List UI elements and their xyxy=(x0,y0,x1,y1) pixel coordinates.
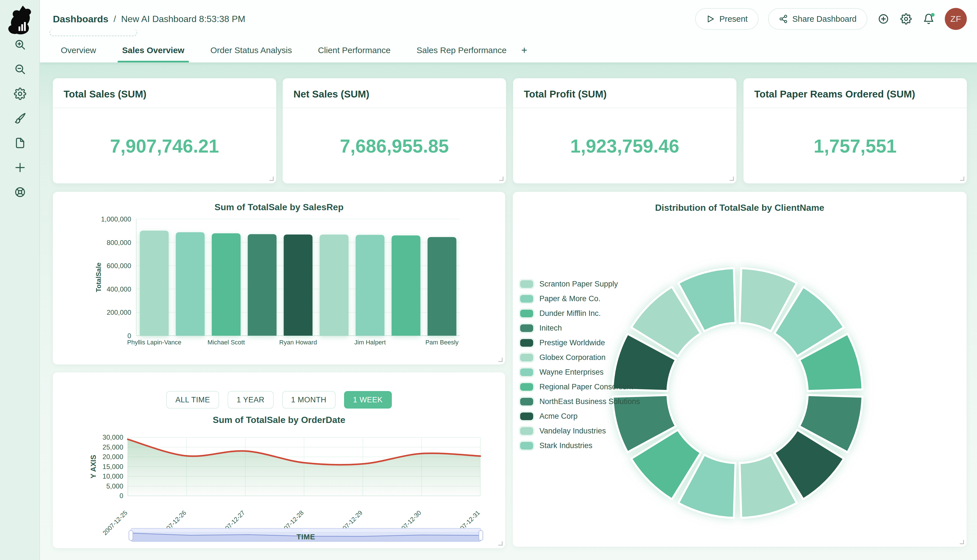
resize-handle[interactable] xyxy=(498,542,503,546)
bar-6[interactable] xyxy=(356,235,384,336)
kpi-card-total-profit[interactable]: Total Profit (SUM) 1,923,759.46 xyxy=(513,78,737,183)
legend-item[interactable]: Prestige Worldwide xyxy=(520,339,640,347)
kpi-card-total-paper-reams[interactable]: Total Paper Reams Ordered (SUM) 1,757,55… xyxy=(743,78,967,183)
active-tab-underline xyxy=(118,61,189,62)
legend-swatch xyxy=(520,383,533,391)
resize-handle[interactable] xyxy=(498,358,503,362)
bar-5[interactable] xyxy=(320,235,349,336)
donut-chart-card[interactable]: Distribution of TotalSale by ClientName … xyxy=(513,192,967,547)
file-icon[interactable] xyxy=(13,137,27,150)
present-label: Present xyxy=(720,14,748,24)
add-circle-icon[interactable] xyxy=(877,12,890,25)
tab-client-performance[interactable]: Client Performance xyxy=(318,38,391,62)
dashboard-canvas: Total Sales (SUM) 7,907,746.21 Net Sales… xyxy=(40,62,977,560)
bar-chart-card[interactable]: Sum of TotalSale by SalesRep 0200,000400… xyxy=(53,192,505,365)
line-chart-card[interactable]: ALL TIME1 YEAR1 MONTH1 WEEK Sum of Total… xyxy=(53,372,505,548)
legend-label: Stark Industries xyxy=(539,441,593,450)
settings-gear-icon-header[interactable] xyxy=(900,12,912,25)
slider-left-handle[interactable] xyxy=(129,530,133,540)
legend-swatch xyxy=(520,339,533,347)
resize-handle[interactable] xyxy=(960,177,964,181)
share-dashboard-label: Share Dashboard xyxy=(792,14,857,24)
present-button[interactable]: Present xyxy=(695,8,758,30)
breadcrumb-current-dashboard[interactable]: New AI Dashboard 8:53:38 PM xyxy=(121,14,245,24)
share-dashboard-button[interactable]: Share Dashboard xyxy=(768,8,867,30)
legend-item[interactable]: Paper & More Co. xyxy=(520,295,640,303)
legend-item[interactable]: Globex Corporation xyxy=(520,353,640,362)
tab-overview[interactable]: Overview xyxy=(61,38,96,62)
legend-label: Acme Corp xyxy=(539,412,578,421)
resize-handle[interactable] xyxy=(269,177,274,181)
tabs: OverviewSales OverviewOrder Status Analy… xyxy=(61,38,533,62)
legend-item[interactable]: Dunder Mifflin Inc. xyxy=(520,309,640,317)
tab-label: Client Performance xyxy=(318,45,391,55)
sidebar xyxy=(0,0,40,560)
svg-text:Jim Halpert: Jim Halpert xyxy=(354,339,386,346)
svg-text:200,000: 200,000 xyxy=(107,308,131,316)
legend-item[interactable]: Vandelay Industries xyxy=(520,427,640,435)
tab-sales-rep-performance[interactable]: Sales Rep Performance xyxy=(416,38,507,62)
legend-swatch xyxy=(520,427,533,435)
add-tab-button[interactable]: + xyxy=(521,44,527,56)
kpi-value: 1,757,551 xyxy=(743,135,967,157)
tab-label: Order Status Analysis xyxy=(210,45,292,55)
tab-label: Overview xyxy=(61,45,96,55)
paintbrush-icon[interactable] xyxy=(13,112,27,125)
help-wheel-icon[interactable] xyxy=(13,186,27,198)
bar-chart: 0200,000400,000600,000800,0001,000,000To… xyxy=(53,212,505,363)
time-range-slider[interactable]: TIME xyxy=(130,528,481,542)
kpi-title: Total Sales (SUM) xyxy=(53,78,276,108)
bar-4[interactable] xyxy=(284,235,313,336)
avatar-initials: ZF xyxy=(950,14,962,24)
svg-text:Michael Scott: Michael Scott xyxy=(207,339,245,346)
legend-swatch xyxy=(520,324,533,332)
play-icon xyxy=(706,14,715,23)
legend-swatch xyxy=(520,413,533,420)
legend-item[interactable]: Regional Paper Consortium xyxy=(520,383,640,391)
svg-text:Phyllis Lapin-Vance: Phyllis Lapin-Vance xyxy=(127,339,182,346)
bar-7[interactable] xyxy=(392,235,420,336)
svg-text:15,000: 15,000 xyxy=(103,463,123,470)
plus-icon[interactable] xyxy=(13,161,27,174)
resize-handle[interactable] xyxy=(730,177,734,181)
breadcrumb-focus-outline xyxy=(50,29,137,36)
legend-item[interactable]: Acme Corp xyxy=(520,412,640,420)
kpi-title: Total Paper Reams Ordered (SUM) xyxy=(743,78,967,108)
zoom-out-icon[interactable] xyxy=(13,63,27,76)
share-icon xyxy=(779,14,788,23)
legend-swatch xyxy=(520,280,533,288)
slider-drag-strip[interactable] xyxy=(131,528,481,532)
legend-item[interactable]: Initech xyxy=(520,324,640,332)
tab-order-status-analysis[interactable]: Order Status Analysis xyxy=(210,38,292,62)
bar-8[interactable] xyxy=(428,237,456,336)
breadcrumb-dashboards-link[interactable]: Dashboards xyxy=(53,13,109,25)
zoom-in-icon[interactable] xyxy=(13,38,27,51)
kpi-title: Total Profit (SUM) xyxy=(513,78,737,108)
resize-handle[interactable] xyxy=(499,177,503,181)
legend-swatch xyxy=(520,368,533,376)
bar-1[interactable] xyxy=(176,232,205,336)
line-chart: 05,00010,00015,00020,00025,00030,000Y AX… xyxy=(53,372,505,548)
legend-item[interactable]: Scranton Paper Supply xyxy=(520,280,640,288)
settings-gear-icon[interactable] xyxy=(13,87,27,100)
tab-sales-overview[interactable]: Sales Overview xyxy=(122,38,184,62)
legend-item[interactable]: Stark Industries xyxy=(520,442,640,450)
user-avatar[interactable]: ZF xyxy=(945,8,967,30)
kpi-card-net-sales[interactable]: Net Sales (SUM) 7,686,955.85 xyxy=(283,78,506,183)
legend-label: Globex Corporation xyxy=(539,353,606,362)
resize-handle[interactable] xyxy=(960,540,964,544)
svg-text:20,000: 20,000 xyxy=(103,453,123,460)
slider-right-handle[interactable] xyxy=(479,530,483,540)
bar-3[interactable] xyxy=(248,234,277,336)
bar-0[interactable] xyxy=(140,230,169,336)
legend-label: Dunder Mifflin Inc. xyxy=(539,309,601,318)
kpi-card-total-sales[interactable]: Total Sales (SUM) 7,907,746.21 xyxy=(53,78,276,183)
sidebar-icon-rail xyxy=(0,38,40,198)
legend-item[interactable]: NorthEast Business Solutions xyxy=(520,398,640,405)
top-bar: Dashboards / New AI Dashboard 8:53:38 PM… xyxy=(40,0,977,62)
legend-item[interactable]: Wayne Enterprises xyxy=(520,368,640,376)
svg-text:25,000: 25,000 xyxy=(103,443,123,451)
notifications-bell-icon[interactable] xyxy=(922,12,935,25)
logo[interactable] xyxy=(7,5,32,32)
bar-2[interactable] xyxy=(212,233,240,336)
